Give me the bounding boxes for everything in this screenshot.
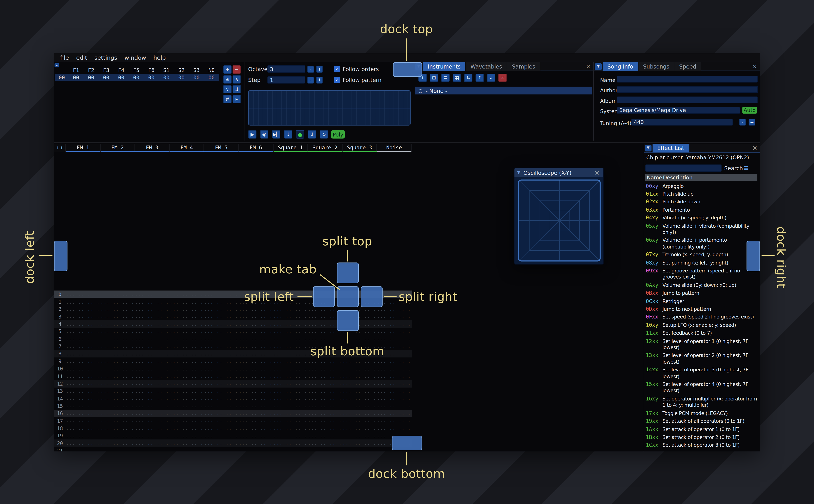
pattern-cell[interactable]: ... .. .. ....: [100, 433, 135, 438]
channel-header-fm-1[interactable]: FM 1: [66, 144, 101, 152]
pattern-cell[interactable]: ... .. .. ....: [273, 403, 308, 409]
pattern-cell[interactable]: ... .. .. ....: [377, 336, 412, 342]
album-input[interactable]: [617, 97, 758, 103]
pattern-cell[interactable]: ... .. .. ....: [342, 411, 377, 416]
pattern-cell[interactable]: ... .. .. ....: [100, 418, 135, 423]
pattern-cell[interactable]: ... .. .. ....: [66, 366, 101, 371]
channel-header-square-1[interactable]: Square 1: [273, 144, 308, 152]
pattern-cell[interactable]: ... .. .. ....: [135, 411, 170, 416]
pattern-cell[interactable]: ... .. .. ....: [342, 433, 377, 438]
pattern-cell[interactable]: ... .. .. ....: [239, 344, 273, 349]
pattern-cell[interactable]: ... .. .. ....: [135, 448, 170, 451]
pattern-cell[interactable]: ... .. .. ....: [135, 403, 170, 409]
pattern-cell[interactable]: ... .. .. ....: [204, 351, 239, 356]
hamburger-menu-icon[interactable]: ≡: [743, 164, 749, 172]
pattern-cell[interactable]: ... .. .. ....: [135, 292, 170, 297]
poly-toggle-button[interactable]: Poly: [331, 130, 345, 139]
pattern-cell[interactable]: ... .. .. ....: [66, 374, 101, 379]
pattern-cell[interactable]: ... .. .. ....: [308, 359, 343, 364]
pattern-cell[interactable]: ... .. .. ....: [100, 448, 135, 451]
pattern-cell[interactable]: ... .. .. ....: [273, 448, 308, 451]
pattern-cell[interactable]: ... .. .. ....: [170, 299, 204, 304]
pattern-cell[interactable]: ... .. .. ....: [135, 426, 170, 431]
pattern-cell[interactable]: ... .. .. ....: [100, 359, 135, 364]
add-order-button[interactable]: +: [223, 65, 231, 74]
pattern-cell[interactable]: ... .. .. ....: [377, 403, 412, 409]
order-cell[interactable]: 00: [144, 74, 159, 80]
pattern-cell[interactable]: ... .. .. ....: [377, 359, 412, 364]
pattern-cell[interactable]: ... .. .. ....: [204, 329, 239, 334]
menu-item-help[interactable]: help: [150, 54, 169, 61]
pattern-cell[interactable]: ... .. .. ....: [377, 321, 412, 327]
pattern-cell[interactable]: ... .. .. ....: [66, 314, 101, 319]
pattern-cell[interactable]: ... .. .. ....: [204, 344, 239, 349]
pattern-cell[interactable]: ... .. .. ....: [170, 336, 204, 342]
step-input[interactable]: 1: [267, 76, 305, 83]
save-instrument-button[interactable]: ▦: [453, 74, 461, 82]
pattern-cell[interactable]: ... .. .. ....: [135, 374, 170, 379]
pattern-cell[interactable]: ... .. .. ....: [170, 366, 204, 371]
pattern-cell[interactable]: ... .. .. ....: [170, 359, 204, 364]
menu-item-file[interactable]: file: [57, 54, 73, 61]
pattern-cell[interactable]: ... .. .. ....: [342, 448, 377, 451]
pattern-cell[interactable]: ... .. .. ....: [239, 351, 273, 356]
order-cell[interactable]: 00: [99, 74, 114, 80]
pattern-cell[interactable]: ... .. .. ....: [342, 374, 377, 379]
pattern-cell[interactable]: ... .. .. ....: [170, 321, 204, 327]
pattern-cell[interactable]: ... .. .. ....: [204, 448, 239, 451]
pattern-cell[interactable]: ... .. .. ....: [66, 351, 101, 356]
piano-upper-octave[interactable]: [249, 91, 410, 108]
pattern-cell[interactable]: ... .. .. ....: [308, 418, 343, 423]
tuning-input[interactable]: 440: [631, 119, 733, 126]
tab-song-info[interactable]: Song Info: [603, 62, 638, 71]
pattern-cell[interactable]: ... .. .. ....: [170, 441, 204, 446]
pattern-row-12[interactable]: 12... .. .. ....... .. .. ....... .. .. …: [54, 380, 412, 387]
tab-instruments[interactable]: Instruments: [423, 62, 466, 71]
pattern-cell[interactable]: ... .. .. ....: [170, 344, 204, 349]
pattern-cell[interactable]: ... .. .. ....: [135, 389, 170, 394]
order-cell[interactable]: 00: [174, 74, 189, 80]
menu-item-window[interactable]: window: [121, 54, 150, 61]
pattern-row-18[interactable]: 18... .. .. ....... .. .. ....... .. .. …: [54, 425, 412, 432]
pattern-cell[interactable]: ... .. .. ....: [308, 433, 343, 438]
pattern-cell[interactable]: ... .. .. ....: [204, 374, 239, 379]
pattern-cell[interactable]: ... .. .. ....: [100, 403, 135, 409]
pattern-cell[interactable]: ... .. .. ....: [273, 329, 308, 334]
pattern-cell[interactable]: ... .. .. ....: [239, 418, 273, 423]
pattern-cell[interactable]: ... .. .. ....: [135, 351, 170, 356]
pattern-cell[interactable]: ... .. .. ....: [273, 321, 308, 327]
pattern-row-19[interactable]: 19... .. .. ....... .. .. ....... .. .. …: [54, 432, 412, 440]
pattern-cell[interactable]: ... .. .. ....: [273, 336, 308, 342]
pattern-cell[interactable]: ... .. .. ....: [100, 366, 135, 371]
pattern-cell[interactable]: ... .. .. ....: [204, 411, 239, 416]
menu-item-edit[interactable]: edit: [73, 54, 91, 61]
pattern-cell[interactable]: ... .. .. ....: [239, 321, 273, 327]
pattern-cell[interactable]: ... .. .. ....: [100, 292, 135, 297]
split-top-target[interactable]: [337, 263, 359, 283]
instruments-close-button[interactable]: ×: [585, 63, 592, 70]
tab-subsongs[interactable]: Subsongs: [638, 62, 675, 71]
pattern-cell[interactable]: ... .. .. ....: [100, 396, 135, 401]
pattern-cell[interactable]: ... .. .. ....: [239, 307, 273, 312]
piano-lower-octave[interactable]: [249, 108, 410, 125]
channel-header-fm-6[interactable]: FM 6: [239, 144, 273, 152]
effect-list-close-button[interactable]: ×: [751, 144, 758, 151]
pattern-cell[interactable]: ... .. .. ....: [377, 374, 412, 379]
effect-row-09xx[interactable]: 09xxSet groove pattern (speed 1 if no gr…: [644, 267, 760, 281]
pattern-cell[interactable]: ... .. .. ....: [308, 389, 343, 394]
step-row-button[interactable]: ↓: [284, 130, 292, 139]
channel-header-fm-5[interactable]: FM 5: [204, 144, 239, 152]
pattern-row-17[interactable]: 17... .. .. ....... .. .. ....... .. .. …: [54, 417, 412, 425]
pattern-cell[interactable]: ... .. .. ....: [377, 396, 412, 401]
pattern-cell[interactable]: ... .. .. ....: [66, 441, 101, 446]
pattern-cell[interactable]: ... .. .. ....: [135, 307, 170, 312]
pattern-cell[interactable]: ... .. .. ....: [66, 292, 101, 297]
pattern-row-13[interactable]: 13... .. .. ....... .. .. ....... .. .. …: [54, 387, 412, 395]
pattern-cell[interactable]: ... .. .. ....: [135, 336, 170, 342]
pattern-cell[interactable]: ... .. .. ....: [204, 403, 239, 409]
pattern-cell[interactable]: ... .. .. ....: [100, 307, 135, 312]
channel-header-fm-3[interactable]: FM 3: [135, 144, 170, 152]
pattern-cell[interactable]: ... .. .. ....: [273, 396, 308, 401]
tuning-decrease-button[interactable]: -: [739, 119, 746, 126]
pattern-cell[interactable]: ... .. .. ....: [377, 329, 412, 334]
